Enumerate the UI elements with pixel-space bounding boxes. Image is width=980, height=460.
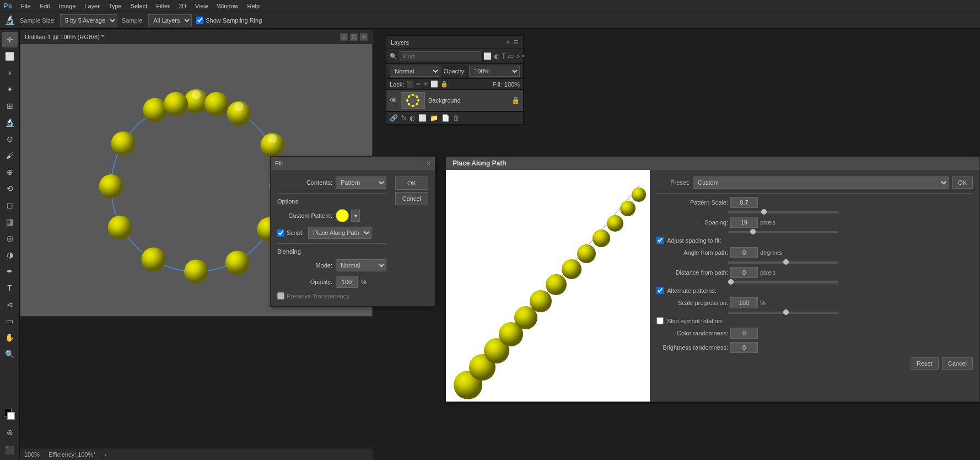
distance-slider[interactable] [728,281,838,284]
tool-gradient[interactable]: ▦ [2,214,18,229]
tool-pen[interactable]: ✒ [2,264,18,279]
menu-help[interactable]: Help [243,2,265,10]
scale-progression-thumb[interactable] [783,309,789,315]
lock-move-icon[interactable]: ✛ [423,81,428,88]
pattern-dropdown-btn[interactable]: ▾ [351,210,360,222]
opacity-select[interactable]: 100% [469,66,520,77]
link-icon[interactable]: 🔗 [390,114,398,122]
angle-input[interactable] [730,247,758,258]
type-icon[interactable]: T [502,52,505,60]
visibility-icon[interactable]: 👁 [390,96,397,105]
mode-select[interactable]: Normal [336,259,386,271]
layers-search-input[interactable] [400,51,481,61]
menu-3d[interactable]: 3D [174,2,191,10]
tool-eraser[interactable]: ◻ [2,197,18,213]
tool-quick-select[interactable]: ✦ [2,82,18,97]
tool-clone[interactable]: ⊕ [2,164,18,180]
menu-filter[interactable]: Filter [152,2,174,10]
adjust-spacing-checkbox[interactable] [656,237,664,244]
sampling-ring-check[interactable]: Show Sampling Ring [196,17,262,24]
menu-view[interactable]: View [191,2,213,10]
preset-select[interactable]: Custom [693,176,949,189]
skip-symbol-checkbox[interactable] [656,317,664,324]
new-layer-icon[interactable]: 📄 [441,114,450,122]
angle-thumb[interactable] [783,259,789,265]
lock-artboard-icon[interactable]: ⬜ [430,81,438,88]
place-reset-button[interactable]: Reset [911,357,939,370]
script-select[interactable]: Place Along Path [308,227,371,239]
tool-zoom[interactable]: 🔍 [2,346,18,362]
distance-input[interactable] [730,267,758,278]
tool-text[interactable]: T [2,280,18,296]
opacity-input[interactable] [336,276,358,288]
tool-eyedropper[interactable]: 🔬 [2,115,18,130]
menu-type[interactable]: Type [104,2,126,10]
pixel-icon[interactable]: ⬜ [483,52,492,60]
tool-hand[interactable]: ✋ [2,330,18,345]
sample-select[interactable]: All Layers [148,14,192,26]
place-cancel-button[interactable]: Cancel [942,357,973,370]
alternate-patterns-checkbox[interactable] [656,287,664,294]
lock-paint-icon[interactable]: ✏ [416,81,421,88]
place-ok-button[interactable]: OK [952,176,973,189]
sample-size-select[interactable]: 5 by 5 Average [60,14,117,26]
layers-collapse[interactable]: « [506,39,509,45]
tool-crop[interactable]: ⊞ [2,98,18,114]
spacing-input[interactable] [730,217,758,228]
angle-slider[interactable] [728,261,838,264]
scale-progression-slider[interactable] [728,312,838,314]
spacing-thumb[interactable] [750,229,756,234]
tool-blur[interactable]: ◎ [2,231,18,246]
fill-ok-button[interactable]: OK [395,176,428,190]
tool-foreground-bg[interactable] [2,407,18,422]
tool-lasso[interactable]: ⌖ [2,65,18,81]
fill-cancel-button[interactable]: Cancel [395,192,428,205]
adjust-icon[interactable]: ◐ [494,52,499,60]
fill-dialog-close[interactable]: × [427,159,430,167]
lock-all-icon[interactable]: 🔒 [440,81,448,88]
tool-brush[interactable]: 🖌 [2,148,18,163]
shape-icon[interactable]: ▭ [508,52,514,60]
tool-spot-heal[interactable]: ⊙ [2,131,18,147]
lock-px-icon[interactable]: ⬛ [406,81,414,88]
blend-mode-select[interactable]: Normal [390,66,440,77]
tool-dodge[interactable]: ◑ [2,247,18,263]
menu-file[interactable]: File [17,2,35,10]
pattern-scale-thumb[interactable] [761,209,767,215]
pattern-preview[interactable] [336,209,349,222]
more-icon[interactable]: • [523,52,525,60]
mask-icon[interactable]: ⬜ [418,114,427,122]
tool-screen-mode[interactable]: ⬛ [2,442,18,458]
next-arrow[interactable]: › [105,451,107,458]
pattern-scale-input[interactable] [730,197,758,208]
preserve-checkbox[interactable] [277,292,284,299]
script-checkbox[interactable] [277,229,284,237]
group-icon[interactable]: 📁 [430,114,438,122]
menu-layer[interactable]: Layer [80,2,104,10]
tool-history-brush[interactable]: ⟲ [2,181,18,196]
adjustment-icon[interactable]: ◐ [410,114,415,122]
tool-shape[interactable]: ▭ [2,313,18,329]
color-randomness-input[interactable] [730,328,758,339]
smart-object-icon[interactable]: ○ [516,52,520,60]
sampling-ring-checkbox[interactable] [196,17,203,24]
menu-select[interactable]: Select [126,2,152,10]
layer-item-background[interactable]: 👁 Background 🔒 [386,90,523,111]
tool-move[interactable]: ✛ [2,32,18,47]
contents-select[interactable]: Pattern [336,176,386,189]
script-check[interactable]: Script: [277,229,305,237]
delete-icon[interactable]: 🗑 [453,114,460,122]
spacing-slider[interactable] [728,231,838,233]
menu-window[interactable]: Window [212,2,243,10]
layers-menu[interactable]: ☰ [514,39,519,45]
scale-progression-input[interactable] [730,297,758,308]
minimize-button[interactable]: − [340,33,348,41]
menu-image[interactable]: Image [55,2,80,10]
brightness-randomness-input[interactable] [730,342,758,353]
maximize-button[interactable]: □ [350,33,358,41]
tool-marquee[interactable]: ⬜ [2,49,18,64]
pattern-scale-slider[interactable] [728,211,838,213]
tool-quick-mask[interactable]: ⊛ [2,425,18,440]
tool-path-select[interactable]: ⊲ [2,297,18,312]
fx-icon[interactable]: fx [401,114,406,122]
